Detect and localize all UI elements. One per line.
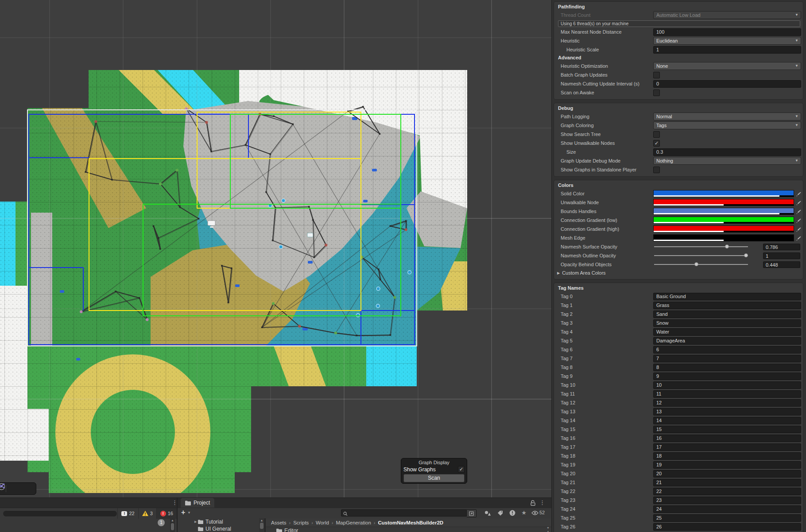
tag-0-input[interactable]: Basic Ground	[653, 293, 801, 300]
search-by-label-icon[interactable]	[496, 509, 504, 516]
unlocked-icon[interactable]	[531, 500, 535, 506]
breadcrumb-scripts[interactable]: Scripts	[293, 520, 309, 525]
search-importance-icon[interactable]	[509, 509, 516, 516]
field-label-show-graphs-in-standalone-player: Show Graphs in Standalone Player	[556, 167, 653, 172]
file-item-editor[interactable]: Editor	[266, 527, 551, 532]
foldout-arrow-icon[interactable]: ▶	[194, 520, 198, 524]
connection-gradient-high-color-swatch[interactable]	[653, 225, 794, 233]
navmesh-surface-opacity-value[interactable]: 0.786	[763, 244, 800, 250]
scan-button[interactable]: Scan	[403, 474, 465, 482]
heuristic-optimization-dropdown[interactable]: None▼	[653, 62, 801, 70]
compass-icon[interactable]	[6, 484, 18, 493]
show-graphs-in-standalone-player-checkbox[interactable]	[653, 167, 660, 173]
scan-on-awake-checkbox[interactable]	[653, 89, 660, 96]
graph-coloring-dropdown[interactable]: Tags▼	[653, 121, 801, 129]
tag-8-input[interactable]: 8	[653, 364, 801, 371]
tag-20-input[interactable]: 20	[653, 470, 801, 478]
batch-graph-updates-checkbox[interactable]	[653, 72, 660, 78]
tag-7-input[interactable]: 7	[653, 355, 801, 362]
project-files-pane: Assets Scripts World MapGeneration Custo…	[266, 518, 551, 532]
tag-17-input[interactable]: 17	[653, 443, 801, 451]
tag-12-input[interactable]: 12	[653, 399, 801, 407]
open-in-new-window-icon[interactable]	[467, 509, 477, 517]
bounds-handles-color-swatch[interactable]	[653, 208, 794, 215]
eyedropper-icon[interactable]	[796, 190, 801, 198]
slider-handle[interactable]	[694, 262, 698, 266]
size-input[interactable]: 0.3	[653, 148, 801, 156]
tag-9-input[interactable]: 9	[653, 373, 801, 380]
tag-19-input[interactable]: 19	[653, 461, 801, 469]
tag-13-input[interactable]: 13	[653, 408, 801, 416]
tag-26-input[interactable]: 26	[653, 523, 801, 531]
tag-25-input[interactable]: 25	[653, 514, 801, 522]
tag-14-input[interactable]: 14	[653, 417, 801, 424]
tag-1-input[interactable]: Grass	[653, 302, 801, 309]
console-scrollbar[interactable]: ▲	[170, 518, 175, 532]
favorites-icon[interactable]: ★	[520, 509, 527, 516]
tag-4-input[interactable]: Water	[653, 328, 801, 336]
path-logging-dropdown[interactable]: Normal▼	[653, 113, 801, 120]
foldout-custom-area-colors[interactable]: ▶Custom Area Colors	[556, 269, 801, 277]
show-unwalkable-nodes-checkbox[interactable]: ✓	[653, 140, 660, 147]
tag-10-input[interactable]: 10	[653, 381, 801, 389]
opacity-behind-objects-value[interactable]: 0.448	[763, 261, 800, 268]
breadcrumb-world[interactable]: World	[316, 520, 329, 525]
show-search-tree-checkbox[interactable]	[653, 131, 660, 138]
tag-21-input[interactable]: 21	[653, 479, 801, 486]
eyedropper-icon[interactable]	[796, 208, 801, 216]
eyedropper-icon[interactable]	[796, 199, 801, 207]
tag-2-input[interactable]: Sand	[653, 311, 801, 318]
tag-11-input[interactable]: 11	[653, 390, 801, 398]
max-nearest-node-distance-input[interactable]: 100	[653, 28, 801, 36]
eyedropper-icon[interactable]	[796, 217, 801, 225]
navmesh-cutting-update-interval-s-input[interactable]: 0	[653, 80, 801, 88]
slider-handle[interactable]	[725, 245, 729, 249]
tag-6-input[interactable]: 6	[653, 346, 801, 353]
tag-5-input[interactable]: DamageArea	[653, 337, 801, 345]
console-error-toggle[interactable]: ! 16	[156, 508, 177, 519]
slider-handle[interactable]	[744, 253, 748, 257]
tag-3-input[interactable]: Snow	[653, 319, 801, 327]
tag-22-input[interactable]: 22	[653, 488, 801, 495]
project-search-input[interactable]	[341, 509, 467, 516]
console-info-toggle[interactable]: ! 22	[117, 508, 138, 519]
tag-16-input[interactable]: 16	[653, 435, 801, 442]
heuristic-scale-input[interactable]: 1	[653, 46, 801, 54]
opacity-behind-objects-slider[interactable]	[654, 264, 748, 265]
tag-15-input[interactable]: 15	[653, 426, 801, 433]
tree-scrollbar[interactable]: ▲	[259, 518, 264, 532]
visibility-icon[interactable]	[531, 509, 539, 516]
shuffle-icon[interactable]	[18, 484, 29, 493]
console-menu-icon[interactable]: ⋮	[172, 499, 178, 506]
show-graphs-checkbox[interactable]: ✓	[458, 466, 465, 473]
create-asset-dropdown-icon[interactable]: ▼	[187, 511, 191, 515]
files-scroll-arrows[interactable]: ▼▲	[546, 526, 550, 532]
tag-23-input[interactable]: 23	[653, 497, 801, 504]
tag-24-input[interactable]: 24	[653, 505, 801, 513]
create-asset-button[interactable]: +	[181, 509, 185, 516]
console-search-field[interactable]	[3, 510, 117, 517]
navmesh-surface-opacity-slider[interactable]	[654, 246, 748, 247]
breadcrumb-assets[interactable]: Assets	[271, 520, 287, 525]
connection-gradient-low-color-swatch[interactable]	[653, 217, 794, 224]
project-menu-icon[interactable]: ⋮	[539, 499, 545, 506]
tree-item-ui-general[interactable]: ▶ UI General	[178, 525, 259, 532]
navmesh-outline-opacity-slider[interactable]	[654, 255, 748, 256]
scene-view[interactable]: Graph Display Show Graphs ✓ Scan	[0, 0, 551, 497]
heuristic-dropdown[interactable]: Euclidean▼	[653, 37, 801, 45]
tab-project[interactable]: Project	[181, 498, 214, 508]
eyedropper-icon[interactable]	[796, 235, 801, 243]
search-by-type-icon[interactable]	[484, 509, 491, 516]
navmesh-outline-opacity-value[interactable]: 1	[763, 252, 800, 259]
mesh-edge-color-swatch[interactable]	[653, 234, 794, 241]
solid-color-color-swatch[interactable]	[653, 190, 794, 197]
eyedropper-icon[interactable]	[796, 226, 801, 234]
unwalkable-node-color-swatch[interactable]	[653, 199, 794, 206]
breadcrumb-mapgeneration[interactable]: MapGeneration	[336, 520, 371, 525]
scene-overlay-toolbar[interactable]	[0, 482, 36, 495]
console-warning-toggle[interactable]: 3	[138, 508, 156, 519]
tree-item-tutorial[interactable]: ▶ Tutorial	[178, 518, 259, 525]
tag-18-input[interactable]: 18	[653, 452, 801, 460]
breadcrumb-current-folder[interactable]: CustomNavMeshBuilder2D	[378, 520, 443, 525]
graph-update-debug-mode-dropdown[interactable]: Nothing▼	[653, 157, 801, 165]
